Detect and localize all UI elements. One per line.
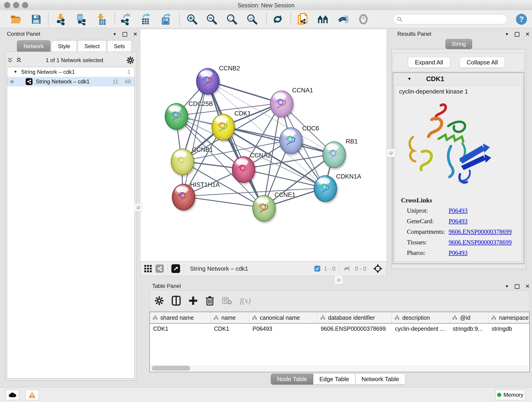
collapse-all-icon[interactable] bbox=[7, 57, 14, 64]
tab-network-table[interactable]: Network Table bbox=[355, 374, 405, 385]
column-header--id[interactable]: @id bbox=[450, 312, 488, 323]
network-node-ccna1[interactable] bbox=[270, 90, 293, 117]
right-splitter-handle[interactable] bbox=[387, 149, 395, 157]
network-options-gear-icon[interactable] bbox=[127, 56, 134, 64]
network-node-ccnb1[interactable] bbox=[171, 148, 194, 175]
import-network-icon[interactable] bbox=[55, 13, 67, 25]
table-horizontal-scrollbar[interactable] bbox=[150, 365, 529, 371]
refresh-icon[interactable] bbox=[272, 13, 284, 25]
search-box[interactable] bbox=[393, 14, 507, 24]
first-neighbors-icon[interactable] bbox=[317, 13, 329, 25]
network-view-icon[interactable] bbox=[156, 264, 164, 273]
table-cell[interactable]: P06493 bbox=[249, 324, 317, 334]
panel-close-icon[interactable]: ✕ bbox=[525, 283, 530, 289]
network-edge[interactable] bbox=[183, 81, 207, 196]
zoom-selected-icon[interactable] bbox=[246, 13, 258, 25]
network-edge[interactable] bbox=[207, 81, 263, 208]
show-all-icon[interactable] bbox=[357, 13, 369, 25]
delete-column-icon[interactable] bbox=[206, 296, 214, 306]
result-entry-header[interactable]: ▼ CDK1 bbox=[393, 73, 524, 84]
table-row[interactable]: CDK1CDK1P064939606.ENSP00000378699cyclin… bbox=[150, 324, 529, 334]
panel-menu-icon[interactable]: ▼ bbox=[113, 32, 117, 37]
crosslink-link[interactable]: P06493 bbox=[449, 249, 468, 256]
network-edge[interactable] bbox=[243, 169, 325, 188]
expand-all-button[interactable]: Expand All bbox=[408, 57, 450, 68]
table-cell[interactable]: CDK1 bbox=[150, 324, 211, 334]
import-table-icon[interactable] bbox=[95, 13, 107, 25]
column-header-shared-name[interactable]: shared name bbox=[150, 312, 211, 323]
crosslink-link[interactable]: 9606.ENSP00000378699 bbox=[449, 228, 512, 235]
memory-button[interactable]: Memory bbox=[495, 390, 525, 400]
open-session-icon[interactable] bbox=[10, 13, 22, 25]
left-splitter-handle[interactable] bbox=[134, 203, 142, 211]
help-icon[interactable]: ? bbox=[516, 14, 527, 25]
panel-float-icon[interactable] bbox=[515, 32, 519, 37]
panel-close-icon[interactable]: ✕ bbox=[525, 31, 530, 37]
network-node-cdk1[interactable] bbox=[211, 114, 235, 140]
column-header-description[interactable]: description bbox=[392, 312, 450, 323]
collapse-all-button[interactable]: Collapse All bbox=[460, 57, 505, 68]
show-columns-icon[interactable] bbox=[172, 296, 181, 306]
column-header-canonical-name[interactable]: canonical name bbox=[249, 312, 317, 323]
warnings-button[interactable] bbox=[25, 390, 39, 400]
panel-close-icon[interactable]: ✕ bbox=[133, 31, 138, 37]
network-node-cdc25b[interactable] bbox=[165, 103, 188, 130]
network-node-ccna2[interactable] bbox=[232, 156, 255, 183]
zoom-out-icon[interactable] bbox=[206, 13, 218, 25]
table-cell[interactable]: 9606.ENSP00000378699 bbox=[317, 324, 392, 334]
detach-view-icon[interactable] bbox=[171, 264, 180, 273]
table-cell[interactable]: cyclin-dependent ... bbox=[392, 324, 450, 334]
network-canvas[interactable]: CCNB2CCNA1CDC25BCDK1CDC6RB1CCNB1CCNA2CDK… bbox=[140, 29, 387, 262]
column-header-database-identifier[interactable]: database identifier bbox=[317, 312, 392, 323]
import-network-from-database-icon[interactable] bbox=[75, 13, 87, 25]
crosslink-link[interactable]: P06493 bbox=[449, 207, 468, 214]
table-options-gear-icon[interactable] bbox=[155, 296, 164, 305]
search-input[interactable] bbox=[404, 16, 501, 23]
export-image-icon[interactable] bbox=[160, 13, 172, 25]
tab-select[interactable]: Select bbox=[78, 40, 106, 52]
network-node-ccnb2[interactable] bbox=[196, 68, 220, 95]
cloud-button[interactable] bbox=[6, 390, 19, 400]
hidden-items-icon[interactable] bbox=[343, 265, 351, 272]
crosslink-link[interactable]: 9606.ENSP00000378699 bbox=[449, 239, 512, 246]
entry-expander-icon[interactable]: ▼ bbox=[407, 77, 412, 81]
tab-network[interactable]: Network bbox=[17, 40, 51, 52]
table-cell[interactable]: stringdb:9... bbox=[450, 324, 488, 334]
save-session-icon[interactable] bbox=[30, 13, 42, 25]
table-cell[interactable]: stringdb bbox=[488, 324, 529, 334]
tab-node-table[interactable]: Node Table bbox=[271, 374, 313, 385]
network-node-ccne1[interactable] bbox=[252, 195, 276, 222]
export-network-icon[interactable] bbox=[120, 13, 132, 25]
panel-float-icon[interactable] bbox=[515, 284, 519, 289]
crosslink-link[interactable]: P06493 bbox=[449, 218, 468, 225]
table-cell[interactable]: CDK1 bbox=[211, 324, 249, 334]
scrollbar-thumb[interactable] bbox=[152, 366, 190, 370]
network-node-cdc6[interactable] bbox=[279, 128, 303, 154]
tab-sets[interactable]: Sets bbox=[107, 40, 132, 52]
column-header-name[interactable]: name bbox=[211, 312, 249, 323]
panel-menu-icon[interactable]: ▼ bbox=[505, 32, 509, 37]
zoom-in-icon[interactable] bbox=[186, 13, 198, 25]
duplicate-network-icon[interactable] bbox=[297, 13, 309, 25]
selected-items-checkbox[interactable] bbox=[314, 266, 320, 272]
network-row[interactable]: String Network – cdk1 11 48 bbox=[7, 77, 134, 86]
bottom-splitter-handle[interactable] bbox=[335, 276, 343, 284]
grid-view-icon[interactable] bbox=[144, 265, 152, 273]
collection-expander-icon[interactable]: ▼ bbox=[13, 70, 17, 74]
network-node-rb1[interactable] bbox=[322, 141, 346, 168]
panel-float-icon[interactable] bbox=[123, 32, 127, 37]
column-header-namespace[interactable]: namespace bbox=[488, 312, 529, 323]
network-collection-row[interactable]: ▼ String Network – cdk1 1 bbox=[7, 67, 134, 77]
hide-selected-icon[interactable] bbox=[337, 13, 349, 25]
delete-table-icon[interactable] bbox=[222, 297, 232, 305]
network-node-cdkn1a[interactable] bbox=[314, 175, 337, 202]
panel-menu-icon[interactable]: ▼ bbox=[505, 284, 509, 289]
export-table-icon[interactable] bbox=[140, 13, 152, 25]
tab-string[interactable]: String bbox=[445, 39, 472, 49]
tab-style[interactable]: Style bbox=[51, 40, 77, 52]
zoom-fit-icon[interactable] bbox=[226, 13, 238, 25]
add-column-icon[interactable] bbox=[189, 296, 198, 305]
tab-edge-table[interactable]: Edge Table bbox=[313, 374, 355, 385]
expand-all-icon[interactable] bbox=[16, 57, 22, 64]
fit-selected-icon[interactable] bbox=[373, 264, 382, 273]
